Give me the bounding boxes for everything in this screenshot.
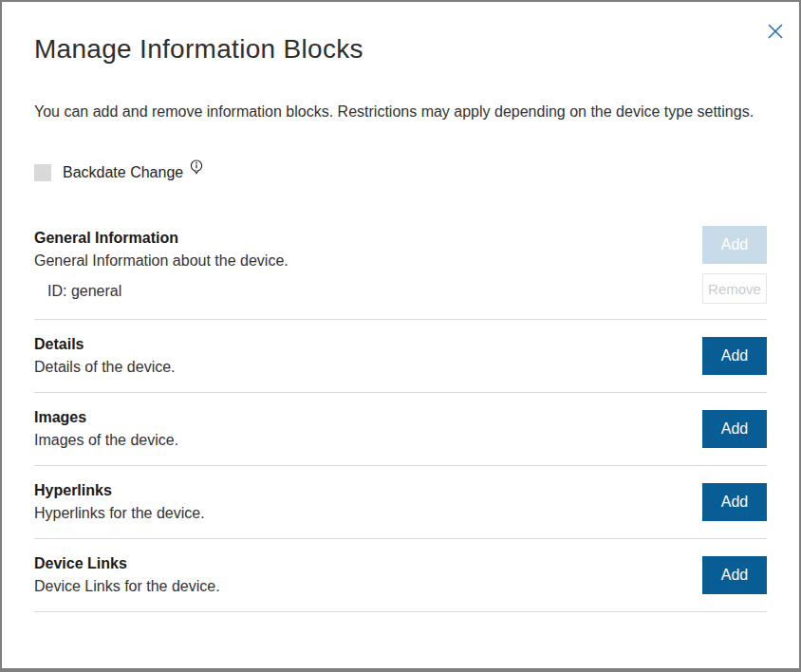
remove-button: Remove (702, 273, 767, 304)
block-buttons: Add Remove (702, 226, 767, 304)
block-info: Images Images of the device. (34, 408, 178, 450)
close-button[interactable] (763, 19, 788, 44)
backdate-change-row: Backdate Change (34, 163, 767, 182)
block-row: Device Links Device Links for the device… (34, 539, 767, 612)
block-description: Details of the device. (34, 358, 176, 377)
add-button[interactable]: Add (702, 337, 767, 375)
block-description: Images of the device. (34, 431, 178, 450)
block-description: Hyperlinks for the device. (34, 504, 205, 523)
block-description: General Information about the device. (34, 252, 289, 271)
block-row: Hyperlinks Hyperlinks for the device. Ad… (34, 466, 767, 539)
block-buttons: Add (702, 337, 767, 375)
block-title: Details (34, 335, 176, 354)
block-buttons: Add (702, 556, 767, 594)
block-row: General Information General Information … (34, 211, 767, 320)
block-buttons: Add (702, 483, 767, 521)
block-title: Images (34, 408, 178, 427)
backdate-change-label: Backdate Change (63, 164, 183, 181)
block-info: General Information General Information … (34, 229, 289, 301)
manage-information-blocks-dialog: Manage Information Blocks You can add an… (0, 0, 801, 672)
add-button[interactable]: Add (702, 410, 767, 448)
block-row: Images Images of the device. Add (34, 393, 767, 466)
block-title: Hyperlinks (34, 481, 205, 500)
block-id: ID: general (34, 282, 289, 301)
backdate-change-checkbox[interactable] (34, 164, 51, 181)
dialog-description: You can add and remove information block… (34, 103, 767, 121)
dialog-content: Manage Information Blocks You can add an… (2, 32, 799, 612)
block-info: Hyperlinks Hyperlinks for the device. (34, 481, 205, 523)
add-button[interactable]: Add (702, 556, 767, 594)
block-title: General Information (34, 229, 289, 248)
add-button: Add (702, 226, 767, 264)
add-button[interactable]: Add (702, 483, 767, 521)
info-icon[interactable] (190, 159, 203, 175)
block-info: Details Details of the device. (34, 335, 176, 377)
block-info: Device Links Device Links for the device… (34, 554, 220, 596)
close-icon (767, 23, 784, 40)
block-description: Device Links for the device. (34, 577, 220, 596)
dialog-title: Manage Information Blocks (34, 32, 767, 66)
blocks-list: General Information General Information … (34, 211, 767, 612)
block-row: Details Details of the device. Add (34, 320, 767, 393)
block-title: Device Links (34, 554, 220, 573)
block-buttons: Add (702, 410, 767, 448)
